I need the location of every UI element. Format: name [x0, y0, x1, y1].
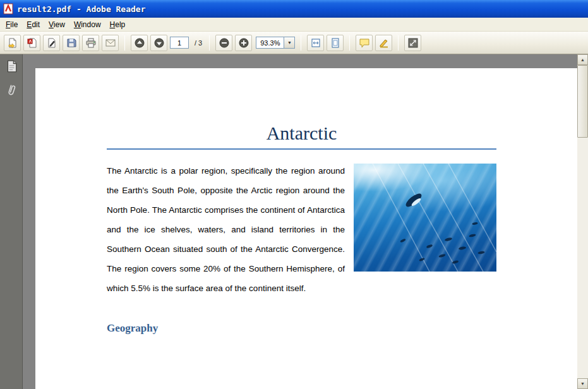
zoom-control: 93.3% ▼ — [256, 37, 295, 49]
content-area: Antarctic — [0, 54, 588, 389]
zoom-value[interactable]: 93.3% — [256, 39, 284, 47]
adobe-reader-window: result2.pdf - Adobe Reader File Edit Vie… — [0, 0, 588, 389]
menu-window[interactable]: Window — [69, 18, 105, 31]
menu-help[interactable]: Help — [105, 18, 130, 31]
email-icon — [105, 37, 116, 49]
menu-edit[interactable]: Edit — [22, 18, 44, 31]
previous-page-icon — [134, 37, 145, 49]
comment-button[interactable] — [356, 35, 373, 51]
toolbar-separator — [301, 35, 301, 51]
toolbar-separator — [209, 35, 210, 51]
document-title: Antarctic — [107, 123, 496, 150]
highlight-icon — [378, 37, 390, 49]
zoom-dropdown-button[interactable]: ▼ — [284, 37, 294, 48]
print-button[interactable] — [82, 35, 99, 51]
save-button[interactable] — [63, 35, 80, 51]
pdf-page: Antarctic — [35, 68, 577, 389]
scrollbar-track[interactable] — [577, 65, 588, 378]
antarctic-ocean-photo — [354, 164, 496, 272]
paperclip-icon — [4, 83, 18, 100]
window-title: result2.pdf - Adobe Reader — [17, 4, 146, 14]
fullscreen-button[interactable] — [404, 35, 421, 51]
scroll-mode-icon — [310, 37, 321, 49]
toolbar: / 3 93.3% ▼ — [0, 32, 588, 54]
open-file-icon — [7, 37, 18, 49]
vertical-scrollbar[interactable]: ▲ ▼ — [577, 54, 588, 389]
menu-view[interactable]: View — [44, 18, 69, 31]
next-page-icon — [153, 37, 165, 49]
create-pdf-icon — [27, 37, 38, 49]
page-total-label: / 3 — [195, 39, 202, 47]
document-viewport[interactable]: Antarctic — [23, 54, 577, 389]
menubar: File Edit View Window Help — [0, 18, 588, 32]
page-number-input[interactable] — [170, 37, 189, 49]
zoom-in-icon — [238, 37, 249, 49]
zoom-out-icon — [219, 37, 230, 49]
fullscreen-icon — [407, 37, 419, 49]
page-thumbnails-icon — [4, 59, 18, 76]
highlight-button[interactable] — [375, 35, 392, 51]
open-file-button[interactable] — [4, 35, 21, 51]
titlebar[interactable]: result2.pdf - Adobe Reader — [0, 0, 588, 18]
toolbar-separator — [349, 35, 350, 51]
document-body: The Antarctic is a polar region, specifi… — [107, 161, 496, 335]
toolbar-separator — [124, 35, 125, 51]
toolbar-separator — [398, 35, 399, 51]
scroll-down-button[interactable]: ▼ — [577, 378, 588, 389]
attachments-panel-button[interactable] — [3, 83, 20, 100]
navigation-sidebar — [0, 54, 23, 389]
pages-panel-button[interactable] — [3, 59, 20, 76]
sign-document-button[interactable] — [43, 35, 60, 51]
menu-file[interactable]: File — [1, 18, 22, 31]
print-icon — [85, 37, 97, 49]
scroll-mode-button[interactable] — [307, 35, 324, 51]
fit-page-button[interactable] — [327, 35, 344, 51]
zoom-in-button[interactable] — [235, 35, 252, 51]
scrollbar-thumb[interactable] — [577, 65, 588, 138]
fit-page-icon — [330, 37, 341, 49]
geography-heading: Geography — [107, 322, 496, 335]
sign-document-icon — [46, 37, 57, 49]
next-page-button[interactable] — [150, 35, 167, 51]
create-pdf-button[interactable] — [23, 35, 40, 51]
comment-icon — [359, 37, 370, 49]
email-button[interactable] — [102, 35, 119, 51]
previous-page-button[interactable] — [131, 35, 148, 51]
save-icon — [66, 37, 77, 49]
adobe-reader-icon — [3, 3, 14, 15]
scroll-up-button[interactable]: ▲ — [577, 54, 588, 65]
zoom-out-button[interactable] — [215, 35, 232, 51]
